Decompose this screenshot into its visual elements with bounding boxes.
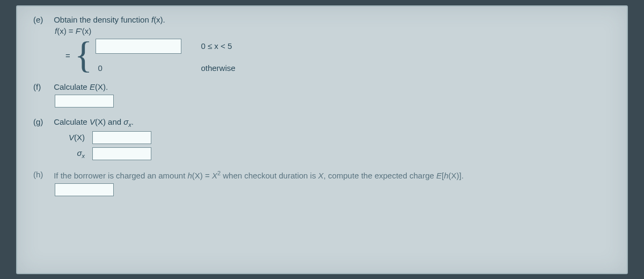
sigma2: σ <box>77 148 82 158</box>
h-fn: h <box>187 171 192 180</box>
sigma: σ <box>123 117 128 126</box>
part-h: (h) If the borrower is charged an amount… <box>33 170 611 196</box>
part-f-label: (f) <box>33 82 52 91</box>
part-g: (g) Calculate V(X) and σx. V(X) σx <box>33 117 611 160</box>
piecewise-block: = { 0 ≤ x < 5 0 otherwise <box>65 39 611 73</box>
text: Calculate <box>54 82 90 91</box>
text: Calculate <box>54 117 90 126</box>
density-case1-input[interactable] <box>96 39 181 54</box>
E: E <box>436 171 442 180</box>
t3: , compute the expected charge <box>324 171 436 180</box>
ex-input[interactable] <box>55 95 114 108</box>
fn-V: V <box>90 117 95 126</box>
part-h-prompt: If the borrower is charged an amount h(X… <box>54 170 464 180</box>
t2: when checkout duration is <box>221 171 318 180</box>
fn-arg: (x). <box>153 15 165 24</box>
v-arg: (X) <box>74 133 85 142</box>
part-h-answer-row <box>55 183 611 196</box>
case-1: 0 ≤ x < 5 <box>96 39 235 54</box>
fn-E: E <box>90 82 95 91</box>
t1: If the borrower is charged an amount <box>54 171 187 180</box>
sigmax-input[interactable] <box>92 147 151 160</box>
part-f-prompt: Calculate E(X). <box>54 82 108 91</box>
part-g-label: (g) <box>33 117 52 126</box>
case1-condition: 0 ≤ x < 5 <box>201 41 232 51</box>
part-f: (f) Calculate E(X). <box>33 82 611 108</box>
sigma2-sub: x <box>82 153 85 159</box>
rhs-arg: '(x) <box>80 26 91 35</box>
ehx-input[interactable] <box>55 183 114 196</box>
part-h-label: (h) <box>33 170 52 179</box>
lhs-arg: (x) = <box>57 26 76 35</box>
h2-arg: (X) <box>449 171 459 180</box>
text: Obtain the density function <box>54 15 151 24</box>
h2: h <box>444 171 448 180</box>
left-brace-icon: { <box>75 39 93 71</box>
h-arg: (X) = <box>192 171 212 180</box>
case-2: 0 otherwise <box>96 63 235 73</box>
v: V <box>69 133 74 142</box>
fn-arg: (X). <box>95 82 108 91</box>
br_close: ]. <box>459 171 464 180</box>
rhs-F: F <box>76 26 80 35</box>
case2-value: 0 <box>96 63 181 73</box>
sigmax-row: σx <box>55 147 611 160</box>
part-g-prompt: Calculate V(X) and σx. <box>54 117 134 128</box>
vx-label: V(X) <box>55 133 92 142</box>
vx-input[interactable] <box>92 131 151 144</box>
sigmax-label: σx <box>55 148 92 159</box>
cases: 0 ≤ x < 5 0 otherwise <box>96 39 235 73</box>
part-e-prompt: Obtain the density function f(x). <box>54 15 165 24</box>
period: . <box>131 117 134 126</box>
part-e: (e) Obtain the density function f(x). f(… <box>33 15 611 73</box>
case2-condition: otherwise <box>201 63 235 73</box>
equals-sign: = <box>65 51 70 60</box>
vx-row: V(X) <box>55 131 611 144</box>
vx-text: (X) and <box>95 117 123 126</box>
Xvar: X <box>318 171 324 180</box>
part-f-answer-row <box>55 95 611 108</box>
X: X <box>212 171 217 180</box>
part-e-label: (e) <box>33 15 52 24</box>
worksheet-panel: (e) Obtain the density function f(x). f(… <box>16 5 628 274</box>
part-e-equation: f(x) = F'(x) <box>55 26 611 35</box>
